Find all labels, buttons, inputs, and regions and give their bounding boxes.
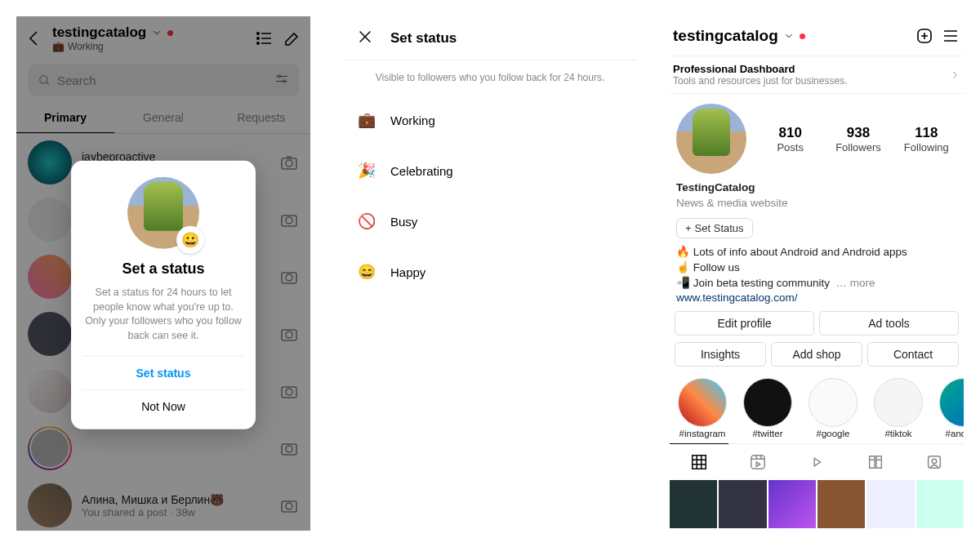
tab-reels[interactable]	[728, 444, 787, 480]
confetti-icon: 🎉	[358, 162, 376, 180]
tab-tagged[interactable]	[905, 444, 964, 480]
visibility-note: Visible to followers who you follow back…	[343, 60, 637, 95]
insights-button[interactable]: Insights	[675, 342, 766, 367]
set-status-chip[interactable]: +Set Status	[676, 218, 753, 238]
plus-icon: +	[685, 222, 692, 234]
edit-profile-button[interactable]: Edit profile	[675, 311, 814, 336]
highlight-item[interactable]: #twitter	[742, 378, 794, 438]
modal-body: Set a status for 24 hours to let people …	[82, 286, 244, 343]
posts-grid	[670, 480, 964, 527]
no-entry-icon: 🚫	[358, 212, 376, 230]
grid-post[interactable]	[866, 480, 914, 527]
svg-point-24	[932, 460, 937, 465]
menu-icon[interactable]	[941, 26, 960, 46]
more-link[interactable]: … more	[836, 277, 875, 289]
chevron-down-icon	[783, 30, 795, 42]
bio-line: ☝️ Follow us	[676, 260, 957, 276]
profile-tabs	[670, 443, 964, 480]
highlight-item[interactable]: #google	[807, 378, 859, 438]
create-icon[interactable]	[915, 26, 934, 46]
contact-button[interactable]: Contact	[867, 342, 959, 367]
modal-title: Set a status	[82, 260, 244, 278]
status-option-celebrating[interactable]: 🎉Celebrating	[343, 145, 637, 196]
stat-following[interactable]: 118Following	[896, 125, 957, 153]
close-icon[interactable]	[356, 28, 374, 49]
ad-tools-button[interactable]: Ad tools	[819, 311, 959, 336]
profile-username[interactable]: testingcatalog	[673, 27, 778, 45]
website-link[interactable]: www.testingcatalog.com/	[676, 291, 798, 304]
grid-post[interactable]	[719, 480, 766, 527]
tab-grid[interactable]	[670, 443, 728, 479]
profile-screen: testingcatalog Professional DashboardToo…	[670, 16, 964, 531]
status-option-working[interactable]: 💼Working	[343, 95, 637, 145]
display-name: TestingCatalog	[676, 180, 957, 196]
status-option-busy[interactable]: 🚫Busy	[343, 196, 637, 247]
status-option-happy[interactable]: 😄Happy	[343, 247, 637, 297]
stat-followers[interactable]: 938Followers	[827, 125, 889, 153]
tab-video[interactable]	[787, 444, 846, 480]
screen-title: Set status	[390, 30, 457, 47]
grid-post[interactable]	[670, 480, 717, 527]
highlight-item[interactable]: #tiktok	[872, 378, 924, 438]
set-status-modal: 😀 Set a status Set a status for 24 hours…	[71, 161, 256, 429]
svg-rect-21	[693, 456, 706, 469]
category-label: News & media website	[676, 196, 957, 211]
highlights-row: #instagram #twitter #google #tiktok #and…	[670, 370, 964, 443]
add-shop-button[interactable]: Add shop	[771, 342, 862, 367]
professional-dashboard-row[interactable]: Professional DashboardTools and resource…	[670, 56, 964, 94]
stat-posts[interactable]: 810Posts	[760, 125, 821, 153]
set-status-button[interactable]: Set status	[82, 356, 244, 389]
dashboard-title: Professional Dashboard	[673, 63, 949, 75]
svg-rect-22	[751, 456, 765, 469]
svg-rect-23	[929, 456, 941, 469]
grid-post[interactable]	[768, 480, 816, 527]
highlight-item[interactable]: #android	[938, 378, 964, 438]
bio-line: 📲 Join beta testing community	[676, 277, 830, 289]
grid-post[interactable]	[916, 480, 964, 527]
avatar: 😀	[127, 177, 199, 249]
avatar[interactable]	[676, 104, 746, 174]
dm-screen: testingcatalog 💼Working Search Primary G…	[16, 16, 310, 531]
not-now-button[interactable]: Not Now	[82, 389, 244, 423]
chevron-right-icon	[949, 69, 960, 81]
bio-line: 🔥 Lots of info about Android and Android…	[676, 245, 957, 260]
emoji-badge: 😀	[176, 226, 204, 254]
grid-post[interactable]	[817, 480, 865, 527]
highlight-item[interactable]: #instagram	[676, 378, 728, 438]
tab-guides[interactable]	[846, 444, 905, 480]
happy-face-icon: 😄	[358, 263, 376, 281]
briefcase-icon: 💼	[358, 111, 376, 129]
notification-dot	[800, 33, 805, 39]
dashboard-sub: Tools and resources just for businesses.	[673, 75, 949, 87]
set-status-screen: Set status Visible to followers who you …	[343, 16, 637, 531]
